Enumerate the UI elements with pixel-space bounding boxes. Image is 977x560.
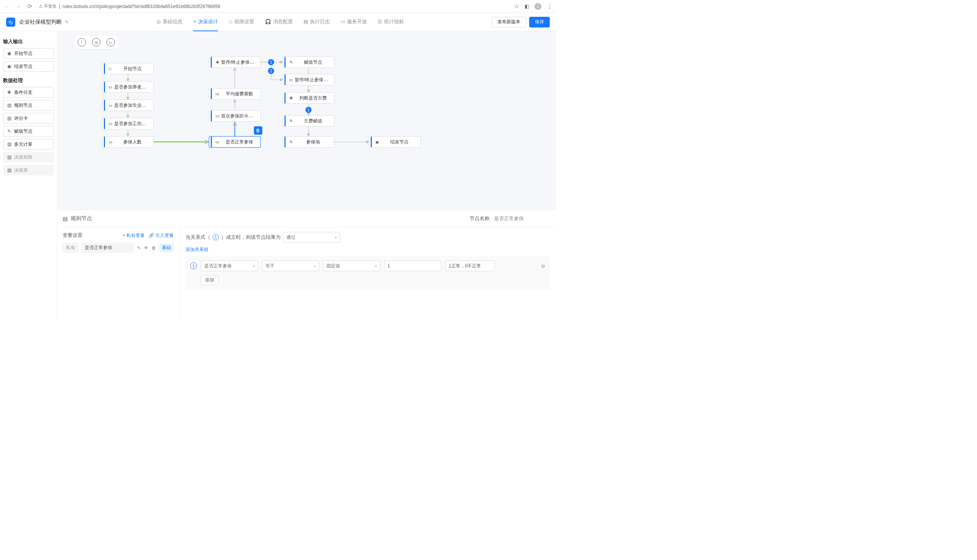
- node-branch[interactable]: ✚判断是否欠费: [283, 92, 335, 104]
- card-icon: ▭: [214, 114, 220, 118]
- url-text: rules.bctools.cn/#/policyprojectadd?id=b…: [62, 4, 220, 9]
- node-end[interactable]: ◉结束节点: [369, 136, 421, 148]
- tab-design[interactable]: +决策设计: [193, 13, 218, 31]
- sidebar-item-start[interactable]: ◉开始节点: [3, 48, 54, 59]
- variable-row: 私有 是否正常参保 ✎ 👁 🗑 基础: [63, 243, 174, 253]
- chevron-down-icon: ▾: [314, 264, 316, 268]
- delete-node-button[interactable]: 🗑: [254, 126, 262, 135]
- panel-type-label: 规则节点: [70, 215, 92, 222]
- header-tabs: ◎基础信息 +决策设计 ◇权限设置 🎧消息配置 ▤执行日志 ▭服务开放 ☰统计指…: [157, 13, 404, 31]
- chevron-down-icon: ▾: [335, 235, 337, 240]
- node-name-input[interactable]: [493, 215, 550, 222]
- condition-var-select[interactable]: 是否正常参保▾: [201, 260, 258, 271]
- sidebar-group-data-title: 数据处理: [3, 77, 54, 84]
- condition-op-select[interactable]: 等于▾: [262, 260, 319, 271]
- condition-type-select[interactable]: 固定值▾: [323, 260, 380, 271]
- tab-message[interactable]: 🎧消息配置: [265, 13, 293, 31]
- score-icon: ▤: [7, 116, 12, 121]
- star-icon[interactable]: ☆: [514, 3, 519, 10]
- expr-text: 当关系式（: [186, 234, 210, 241]
- sidebar-item-table[interactable]: ▤决策表: [3, 165, 54, 175]
- list-icon: ▤: [303, 19, 308, 24]
- result-select[interactable]: 通过▾: [283, 232, 340, 243]
- card-icon: ▭: [107, 140, 114, 145]
- rule-icon: ▤: [63, 215, 68, 222]
- node-rule[interactable]: ▭是否参加工伤保险: [102, 118, 154, 129]
- rule-icon: ▤: [7, 103, 12, 108]
- insecure-badge: ⚠ 不安全: [39, 3, 57, 9]
- sidebar-group-io-title: 输入输出: [3, 38, 54, 45]
- more-icon[interactable]: ⋮: [547, 3, 553, 10]
- node-assign[interactable]: ✎赋值节点: [283, 57, 335, 68]
- sidebar-item-calc[interactable]: ▤多元计算: [3, 139, 54, 150]
- edit-icon: ✎: [288, 60, 294, 65]
- import-var[interactable]: 🔗 引入变量: [149, 232, 174, 239]
- add-private-var[interactable]: + 私有变量: [122, 232, 145, 239]
- node-rule-selected[interactable]: ▭是否正常参保: [209, 136, 261, 148]
- branch-icon: ✚: [288, 96, 294, 101]
- node-start[interactable]: ▷开始节点: [102, 63, 154, 74]
- node-assign[interactable]: ✎参保地: [283, 136, 335, 148]
- stop-icon: ◉: [7, 64, 12, 69]
- condition-group: 1 是否正常参保▾ 等于▾ 固定值▾ ⊖ 添加: [186, 256, 550, 290]
- node-branch[interactable]: ✚暂停/终止参保时...: [209, 57, 261, 68]
- sidebar-item-end[interactable]: ◉结束节点: [3, 61, 54, 72]
- chart-icon: ☰: [378, 19, 382, 24]
- card-icon: ▭: [288, 77, 294, 82]
- forward-button[interactable]: →: [15, 3, 22, 10]
- app-logo[interactable]: [6, 18, 15, 27]
- edge-badge: 1: [268, 59, 274, 65]
- tag-private: 私有: [63, 243, 79, 253]
- avatar[interactable]: t: [535, 3, 541, 10]
- play-icon: ▷: [107, 67, 114, 71]
- node-rule[interactable]: ▭是否参加养老保险: [102, 81, 154, 93]
- node-rule[interactable]: ▭是否参加失业保险: [102, 100, 154, 111]
- sidebar-item-rule[interactable]: ▤规则节点: [3, 100, 54, 111]
- back-button[interactable]: ←: [3, 3, 11, 10]
- add-relation-group[interactable]: 添加关系组: [186, 247, 209, 253]
- matrix-icon: ▤: [7, 155, 12, 160]
- panel-icon[interactable]: ◧: [525, 3, 529, 9]
- chevron-down-icon: ▾: [253, 264, 255, 268]
- variable-name[interactable]: 是否正常参保: [82, 243, 134, 253]
- assign-icon: ✎: [7, 128, 12, 134]
- save-button[interactable]: 保存: [529, 17, 550, 27]
- edit-icon: ✎: [288, 140, 294, 145]
- condition-panel: 当关系式（ 1 ）成立时，则该节点结果为 通过▾ 添加关系组 1 是否正常参保▾…: [179, 227, 556, 318]
- tab-stats[interactable]: ☰统计指标: [378, 13, 404, 31]
- sidebar-item-assign[interactable]: ✎赋值节点: [3, 126, 54, 137]
- add-condition-button[interactable]: 添加: [201, 275, 218, 285]
- node-assign[interactable]: ✎欠费赋值: [283, 115, 335, 127]
- tab-log[interactable]: ▤执行日志: [303, 13, 330, 31]
- sidebar-item-scorecard[interactable]: ▤评分卡: [3, 113, 54, 123]
- variable-panel: 变量设置 + 私有变量 🔗 引入变量 私有 是否正常参保 ✎ 👁 🗑: [57, 227, 179, 318]
- node-rule[interactable]: ▭首次参保距今月数: [209, 110, 261, 122]
- condition-note-input[interactable]: [445, 260, 495, 271]
- branch-icon: ✚: [214, 60, 220, 65]
- edit-icon[interactable]: ✎: [65, 20, 69, 25]
- stop-icon: ◉: [374, 140, 380, 145]
- tab-service[interactable]: ▭服务开放: [341, 13, 367, 31]
- sidebar-item-branch[interactable]: ✚条件分支: [3, 87, 54, 98]
- remove-condition-icon[interactable]: ⊖: [541, 263, 545, 269]
- property-panel: ▤ 规则节点 节点名称 变量设置 + 私有变量 🔗 引入变量: [57, 210, 556, 318]
- sidebar: 输入输出 ◉开始节点 ◉结束节点 数据处理 ✚条件分支 ▤规则节点 ▤评分卡 ✎…: [0, 31, 57, 318]
- tab-permission[interactable]: ◇权限设置: [229, 13, 254, 31]
- reload-button[interactable]: ⟳: [26, 3, 33, 10]
- card-icon: ▭: [107, 103, 114, 108]
- publish-button[interactable]: 发布新版本: [492, 17, 526, 27]
- condition-value-input[interactable]: [384, 260, 442, 271]
- gear-icon: ◎: [157, 19, 161, 24]
- flow-canvas[interactable]: ! ◷ ▷: [57, 31, 556, 210]
- node-rule[interactable]: ▭平均缴费基数: [209, 88, 261, 100]
- trash-icon[interactable]: 🗑: [152, 245, 156, 251]
- expr-text: ）成立时，则该节点结果为: [221, 234, 281, 241]
- url-bar[interactable]: ⚠ 不安全 | rules.bctools.cn/#/policyproject…: [37, 2, 510, 12]
- edit-icon[interactable]: ✎: [137, 245, 141, 251]
- node-rule[interactable]: ▭暂停/终止参保时...: [283, 74, 335, 85]
- tab-basic[interactable]: ◎基础信息: [157, 13, 182, 31]
- node-rule[interactable]: ▭参保人数: [102, 136, 154, 148]
- sidebar-item-matrix[interactable]: ▤决策矩阵: [3, 152, 54, 163]
- eye-icon[interactable]: 👁: [144, 245, 149, 251]
- browser-chrome: ← → ⟳ ⚠ 不安全 | rules.bctools.cn/#/policyp…: [0, 0, 556, 13]
